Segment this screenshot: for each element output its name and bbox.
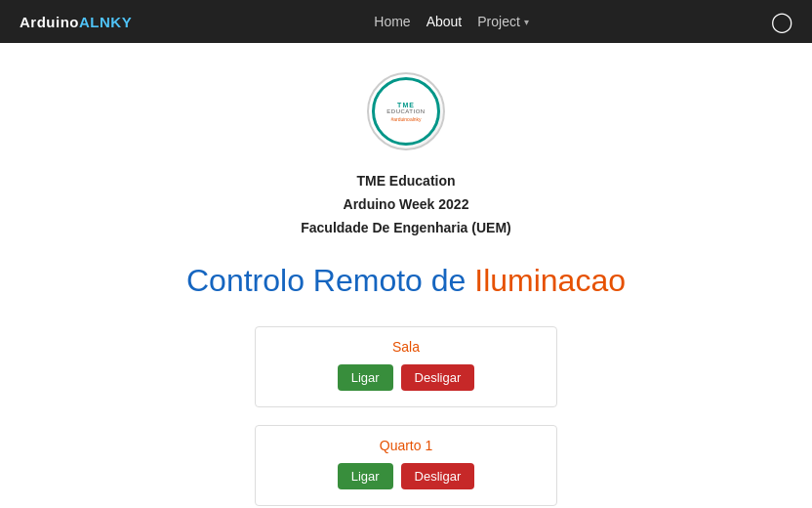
logo-inner: TME EDUCATION #arduinoalnky <box>372 77 440 146</box>
navbar-links: Home About Project ▾ <box>374 14 529 29</box>
ligar-button-quarto1[interactable]: Ligar <box>338 463 393 489</box>
room-card-sala: Sala Ligar Desligar <box>255 326 557 407</box>
logo-circle: TME EDUCATION #arduinoalnky <box>367 72 445 150</box>
nav-about[interactable]: About <box>426 14 463 29</box>
github-icon[interactable]: ◯ <box>771 10 792 33</box>
room-card-quarto1: Quarto 1 Ligar Desligar <box>255 425 557 506</box>
desligar-button-quarto1[interactable]: Desligar <box>401 463 475 489</box>
ligar-button-sala[interactable]: Ligar <box>338 364 393 391</box>
main-content: TME EDUCATION #arduinoalnky TME Educatio… <box>0 43 812 508</box>
heading-highlight: Iluminacao <box>474 263 626 298</box>
desligar-button-sala[interactable]: Desligar <box>401 364 475 391</box>
logo-education-text: EDUCATION <box>386 108 425 114</box>
logo-arduino-ring: #arduinoalnky <box>390 116 421 122</box>
nav-project-label: Project <box>477 14 520 29</box>
brand-alnky: ALNKY <box>79 14 132 30</box>
nav-project[interactable]: Project ▾ <box>477 14 529 29</box>
button-row-sala: Ligar Desligar <box>271 364 541 391</box>
subtitle-block: TME Education Arduino Week 2022 Faculdad… <box>301 170 510 239</box>
logo-tme-text: TME <box>397 102 415 108</box>
button-row-quarto1: Ligar Desligar <box>271 463 541 489</box>
brand-arduino: Arduino <box>20 14 79 30</box>
subtitle-line2: Arduino Week 2022 <box>301 193 510 217</box>
subtitle-line1: TME Education <box>301 170 510 193</box>
chevron-down-icon: ▾ <box>524 17 529 27</box>
navbar-brand: ArduinoALNKY <box>20 14 132 30</box>
subtitle-line3: Faculdade De Engenharia (UEM) <box>301 217 510 240</box>
heading-prefix: Controlo Remoto de <box>186 263 474 298</box>
main-heading: Controlo Remoto de Iluminacao <box>186 263 626 299</box>
room-title-quarto1: Quarto 1 <box>271 438 541 453</box>
room-title-sala: Sala <box>271 339 541 355</box>
nav-home[interactable]: Home <box>374 14 410 29</box>
navbar: ArduinoALNKY Home About Project ▾ ◯ <box>0 0 812 43</box>
